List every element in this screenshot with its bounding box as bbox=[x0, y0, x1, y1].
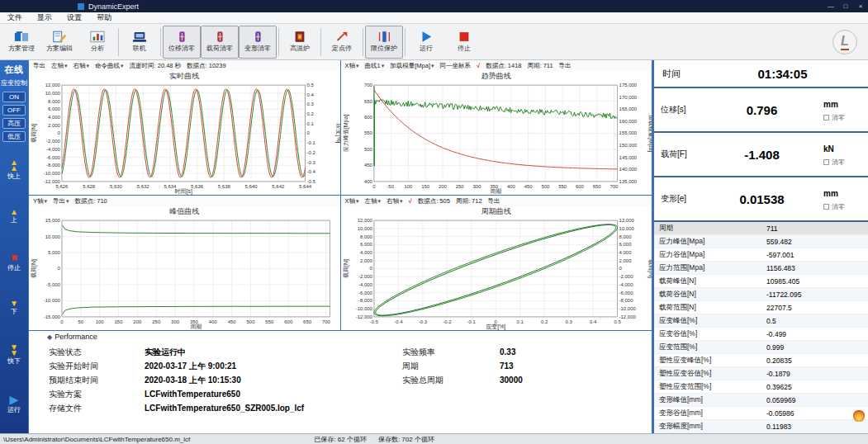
disp-zero-button[interactable]: 位移清零 bbox=[163, 26, 201, 59]
chart-dropdown[interactable]: Y轴 bbox=[33, 197, 47, 205]
deformation-zero-control[interactable]: 清零 bbox=[823, 202, 861, 211]
chart-dropdown[interactable]: 左轴 bbox=[51, 62, 68, 70]
file-path: \Users\Administrator\Documents\LCFwithTe… bbox=[3, 436, 190, 443]
deformation-side: mm清零 bbox=[823, 187, 861, 211]
chart-dropdown[interactable]: X轴 bbox=[345, 62, 359, 70]
chart-dropdown[interactable]: X轴 bbox=[345, 197, 359, 205]
svg-text:500: 500 bbox=[363, 147, 372, 152]
jog-label: 停止 bbox=[7, 263, 21, 272]
stat-value: -0.499 bbox=[766, 330, 786, 338]
svg-text:550: 550 bbox=[265, 319, 274, 324]
dynamicexpert-window: DynamicExpert — □ × 文件显示设置帮助 方案管理方案编辑分析联… bbox=[0, 0, 868, 444]
run-control[interactable]: ▶运行 bbox=[7, 394, 21, 414]
menu-item-settings[interactable]: 设置 bbox=[59, 12, 89, 23]
menu-item-view[interactable]: 显示 bbox=[30, 12, 59, 23]
scheme-manage-button[interactable]: 方案管理 bbox=[2, 26, 40, 59]
on-button[interactable]: ON bbox=[2, 92, 26, 102]
svg-text:-10,000: -10,000 bbox=[44, 298, 61, 303]
stop-icon bbox=[457, 31, 472, 43]
connect-button[interactable]: 联机 bbox=[121, 26, 159, 59]
peak-header: Y轴导出数据点: 710 bbox=[29, 196, 340, 206]
svg-text:应力峰值[Mpa]: 应力峰值[Mpa] bbox=[342, 115, 349, 152]
svg-text:0: 0 bbox=[372, 184, 376, 189]
chart-export-link[interactable]: 导出 bbox=[488, 197, 500, 205]
svg-text:应变[%]: 应变[%] bbox=[486, 324, 505, 330]
svg-text:6,000: 6,000 bbox=[359, 242, 372, 247]
fast-down-control[interactable]: ▼▼快下 bbox=[7, 344, 21, 366]
time-box: 时间 01:34:05 bbox=[654, 60, 868, 88]
window-controls: — □ × bbox=[823, 2, 868, 10]
chart-dropdown[interactable]: 左轴 bbox=[365, 197, 382, 205]
performance-tab[interactable]: ◆ Performance bbox=[47, 333, 97, 341]
chart-dropdown[interactable]: 导出 bbox=[53, 197, 69, 205]
minimize-button[interactable]: — bbox=[823, 2, 838, 10]
svg-text:4,000: 4,000 bbox=[48, 115, 61, 120]
save-count: 保存数: 702 个循环 bbox=[378, 435, 434, 444]
stat-label: 应力范围[Mpa] bbox=[654, 263, 766, 273]
svg-text:10,000: 10,000 bbox=[357, 226, 372, 231]
info-value-left: LCFwithTemperature650 bbox=[145, 390, 304, 399]
svg-text:8,000: 8,000 bbox=[619, 234, 632, 239]
info-value-left: 2020-03-18 上午 10:15:30 bbox=[145, 375, 304, 386]
close-button[interactable]: × bbox=[853, 2, 868, 10]
off-button[interactable]: OFF bbox=[2, 105, 26, 116]
svg-text:-8,000: -8,000 bbox=[358, 298, 372, 303]
svg-text:140,000: 140,000 bbox=[619, 167, 637, 172]
load-zero-checkbox[interactable] bbox=[823, 159, 829, 165]
chart-checkmark[interactable]: √ bbox=[477, 62, 480, 69]
svg-text:8,000: 8,000 bbox=[359, 234, 372, 239]
main-area: 在线 应变控制 ONOFF高压低压 ▲▲快上▲上■停止▼下▼▼快下▶运行 导出左… bbox=[0, 60, 868, 433]
displacement-zero-control[interactable]: 清零 bbox=[823, 113, 861, 122]
chart-dropdown[interactable]: 右轴 bbox=[74, 62, 90, 70]
spot-stop-button[interactable]: 定点停 bbox=[323, 26, 361, 59]
stop-button[interactable]: 停止 bbox=[445, 26, 483, 59]
menu-item-help[interactable]: 帮助 bbox=[89, 12, 119, 23]
svg-text:0: 0 bbox=[60, 319, 64, 324]
stat-row: 塑性应变谷值[%]-0.1879 bbox=[654, 367, 868, 380]
svg-text:155,000: 155,000 bbox=[619, 131, 637, 136]
menu-item-file[interactable]: 文件 bbox=[0, 12, 30, 23]
run-button[interactable]: 运行 bbox=[407, 26, 445, 59]
chart-checkmark[interactable]: √ bbox=[409, 197, 412, 205]
svg-text:150,000: 150,000 bbox=[619, 143, 637, 148]
limit-protect-button[interactable]: 限位保护 bbox=[365, 26, 403, 59]
peak-plot: 0501001502002503003504004505005506006507… bbox=[29, 217, 340, 330]
chart-dropdown[interactable]: 加载模量[Mpa] bbox=[390, 62, 434, 70]
scheme-edit-button[interactable]: 方案编辑 bbox=[40, 26, 78, 59]
displacement-zero-checkbox[interactable] bbox=[823, 115, 829, 120]
stat-row: 变形幅度[mm]0.11983 bbox=[654, 420, 868, 433]
svg-text:-2,000: -2,000 bbox=[46, 139, 61, 144]
down-control[interactable]: ▼下 bbox=[10, 300, 18, 316]
up-control[interactable]: ▲上 bbox=[10, 209, 18, 224]
maximize-button[interactable]: □ bbox=[838, 2, 853, 10]
deformation-zero-checkbox[interactable] bbox=[823, 204, 829, 210]
chart-dropdown[interactable]: 曲线1 bbox=[365, 62, 385, 70]
deform-zero-button[interactable]: 变形清零 bbox=[239, 26, 277, 59]
stat-value: -11722.095 bbox=[766, 290, 801, 299]
svg-text:150: 150 bbox=[421, 184, 430, 189]
stat-label: 变形峰值[mm] bbox=[654, 395, 766, 405]
svg-text:-6,000: -6,000 bbox=[358, 290, 372, 295]
high-pressure-button[interactable]: 高压 bbox=[2, 118, 26, 129]
furnace-button[interactable]: 高温炉 bbox=[281, 26, 319, 59]
cycle-header: X轴左轴右轴√数据点: 505周期: 712导出 bbox=[341, 196, 652, 206]
chart-dropdown[interactable]: 右轴 bbox=[387, 197, 403, 205]
chart-export-link[interactable]: 导出 bbox=[559, 62, 572, 70]
svg-text:-6,000: -6,000 bbox=[619, 290, 633, 295]
furnace-status-icon[interactable] bbox=[853, 410, 865, 422]
fast-up-control[interactable]: ▲▲快上 bbox=[7, 159, 21, 181]
peak-title: 峰值曲线 bbox=[29, 206, 340, 217]
analysis-button[interactable]: 分析 bbox=[78, 26, 116, 59]
chart-export-link[interactable]: 导出 bbox=[33, 62, 45, 70]
load-zero-button[interactable]: 载荷清零 bbox=[201, 26, 239, 59]
info-label-left: 预期结束时间 bbox=[49, 375, 145, 386]
svg-text:-10,000: -10,000 bbox=[619, 306, 636, 311]
chart-dropdown[interactable]: 命令曲线 bbox=[95, 62, 124, 70]
load-zero-control[interactable]: 清零 bbox=[823, 158, 861, 167]
svg-text:0: 0 bbox=[58, 131, 61, 136]
stat-value: 0.20835 bbox=[766, 357, 792, 365]
low-pressure-button[interactable]: 低压 bbox=[2, 131, 26, 142]
svg-text:100: 100 bbox=[404, 184, 413, 189]
stop-control[interactable]: ■停止 bbox=[7, 253, 21, 272]
toolbar: 方案管理方案编辑分析联机位移清零载荷清零变形清零高温炉定点停限位保护运行停止 L bbox=[0, 24, 868, 60]
